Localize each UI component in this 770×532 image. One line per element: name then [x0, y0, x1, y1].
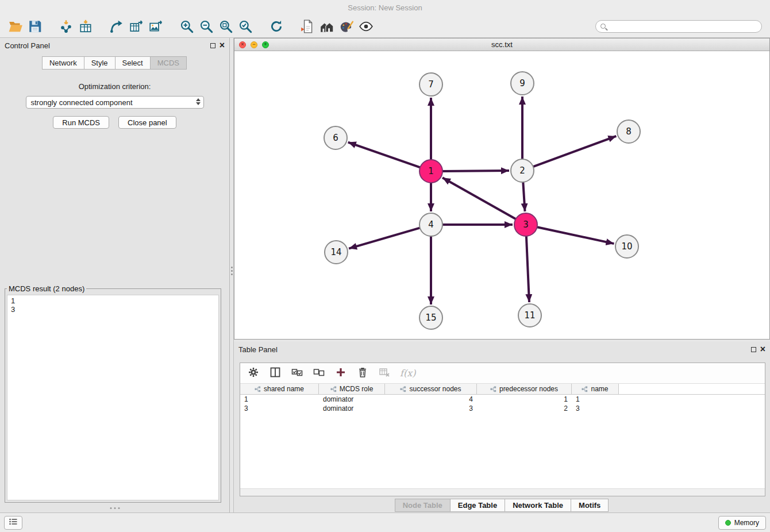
- save-floppy-icon: [28, 19, 43, 34]
- show-hide-button[interactable]: [356, 17, 376, 36]
- deselect-all-button[interactable]: [313, 367, 325, 380]
- save-session-button[interactable]: [25, 17, 45, 36]
- network-window-titlebar[interactable]: × − + scc.txt: [234, 38, 769, 51]
- column-header-name[interactable]: name: [572, 384, 619, 394]
- first-neighbors-button[interactable]: [317, 17, 337, 36]
- close-window-icon[interactable]: ×: [239, 41, 246, 48]
- table-settings-button[interactable]: [247, 367, 260, 380]
- show-column-button[interactable]: [269, 367, 282, 380]
- control-panel: Control Panel × NetworkStyleSelectMCDS O…: [0, 38, 230, 512]
- file-transfer-button[interactable]: [298, 17, 317, 36]
- graph-node-7[interactable]: 7: [419, 73, 442, 96]
- open-session-button[interactable]: [6, 17, 25, 36]
- close-panel-button[interactable]: Close panel: [118, 116, 176, 129]
- graph-edge-3-1[interactable]: [442, 178, 516, 219]
- export-image-icon: [148, 19, 163, 34]
- criterion-select[interactable]: strongly connected component: [26, 96, 204, 109]
- tab-style[interactable]: Style: [84, 56, 116, 70]
- zoom-fit-button[interactable]: [216, 17, 236, 36]
- plus-icon: [335, 367, 346, 380]
- table-toolbar: f(x): [240, 363, 765, 384]
- graph-node-9[interactable]: 9: [511, 72, 534, 95]
- vertical-splitter[interactable]: [230, 38, 234, 512]
- refresh-view-button[interactable]: [267, 17, 286, 36]
- graph-edge-4-14[interactable]: [349, 228, 420, 249]
- column-header-successor-nodes[interactable]: successor nodes: [385, 384, 477, 394]
- column-header-mcds-role[interactable]: MCDS role: [319, 384, 385, 394]
- export-image-button[interactable]: [146, 17, 165, 36]
- graph-edge-1-2[interactable]: [442, 171, 509, 171]
- tab-network-table[interactable]: Network Table: [505, 499, 571, 512]
- import-table-icon: [78, 19, 93, 34]
- svg-text:9: 9: [519, 78, 525, 88]
- graph-edge-2-3[interactable]: [523, 182, 525, 211]
- graph-node-15[interactable]: 15: [419, 306, 442, 329]
- float-table-panel-icon[interactable]: [751, 347, 756, 352]
- graph-node-4[interactable]: 4: [419, 213, 442, 236]
- apply-style-button[interactable]: [337, 17, 356, 36]
- graph-node-6[interactable]: 6: [324, 126, 347, 149]
- unchecked-boxes-icon: [313, 367, 325, 380]
- zoom-selected-button[interactable]: [236, 17, 255, 36]
- graph-node-11[interactable]: 11: [518, 304, 541, 327]
- minimize-window-icon[interactable]: −: [251, 41, 257, 48]
- import-network-button[interactable]: [56, 17, 76, 36]
- panel-resize-grip[interactable]: [110, 507, 120, 509]
- houses-icon: [319, 19, 334, 34]
- table-cell: 3: [240, 404, 319, 413]
- table-cell: 4: [385, 395, 477, 403]
- import-table-button[interactable]: [76, 17, 95, 36]
- create-column-button[interactable]: [334, 367, 347, 380]
- table-panel: Table Panel × f(x): [234, 342, 770, 512]
- zoom-out-button[interactable]: [197, 17, 216, 36]
- graph-node-1[interactable]: 1: [419, 160, 442, 183]
- memory-button[interactable]: Memory: [718, 516, 766, 530]
- run-mcds-button[interactable]: Run MCDS: [53, 116, 109, 129]
- select-all-button[interactable]: [291, 367, 303, 380]
- graph-node-2[interactable]: 2: [511, 159, 534, 182]
- tab-mcds[interactable]: MCDS: [150, 56, 187, 70]
- graph-node-14[interactable]: 14: [325, 241, 348, 264]
- table-row[interactable]: 1dominator411: [240, 395, 765, 404]
- export-network-button[interactable]: [107, 17, 126, 36]
- table-cell: 1: [477, 395, 572, 403]
- export-table-button[interactable]: [126, 17, 146, 36]
- column-header-shared-name[interactable]: shared name: [240, 384, 319, 394]
- graph-edge-3-11[interactable]: [526, 236, 529, 302]
- export-network-icon: [109, 19, 124, 34]
- mcds-result-text[interactable]: 1 3: [7, 295, 219, 500]
- table-header-row: shared nameMCDS rolesuccessor nodesprede…: [240, 384, 765, 395]
- trash-icon: [357, 367, 368, 380]
- table-row[interactable]: 3dominator323: [240, 404, 765, 413]
- table-cell: 1: [240, 395, 319, 403]
- column-header-predecessor-nodes[interactable]: predecessor nodes: [477, 384, 572, 394]
- graph-node-3[interactable]: 3: [514, 213, 537, 236]
- float-panel-icon[interactable]: [210, 43, 215, 48]
- graph-node-8[interactable]: 8: [617, 120, 640, 143]
- svg-text:7: 7: [428, 79, 434, 90]
- horizontal-scrollbar[interactable]: [240, 488, 765, 496]
- close-table-panel-icon[interactable]: ×: [760, 346, 765, 353]
- criterion-value: strongly connected component: [31, 98, 133, 107]
- graph-node-10[interactable]: 10: [615, 235, 638, 258]
- zoom-in-button[interactable]: [177, 17, 197, 36]
- task-history-button[interactable]: [4, 516, 22, 530]
- tab-edge-table[interactable]: Edge Table: [450, 499, 505, 512]
- tab-motifs[interactable]: Motifs: [571, 499, 609, 512]
- mcds-panel-body: Optimization criterion: strongly connect…: [0, 82, 229, 129]
- network-graph[interactable]: 7968124314101511: [234, 51, 768, 339]
- graph-edge-2-8[interactable]: [533, 136, 617, 167]
- search-input[interactable]: [595, 20, 762, 33]
- graph-edge-1-6[interactable]: [348, 142, 420, 168]
- maximize-window-icon[interactable]: +: [262, 41, 269, 48]
- export-table-icon: [129, 19, 144, 34]
- tab-select[interactable]: Select: [115, 56, 151, 70]
- tab-node-table[interactable]: Node Table: [395, 499, 451, 512]
- delete-column-button[interactable]: [356, 367, 369, 380]
- network-canvas[interactable]: 7968124314101511: [234, 51, 769, 339]
- graph-edge-3-10[interactable]: [537, 227, 614, 244]
- close-panel-icon[interactable]: ×: [220, 42, 225, 49]
- main-area: Control Panel × NetworkStyleSelectMCDS O…: [0, 38, 770, 512]
- column-icon: [270, 367, 281, 380]
- tab-network[interactable]: Network: [42, 56, 84, 70]
